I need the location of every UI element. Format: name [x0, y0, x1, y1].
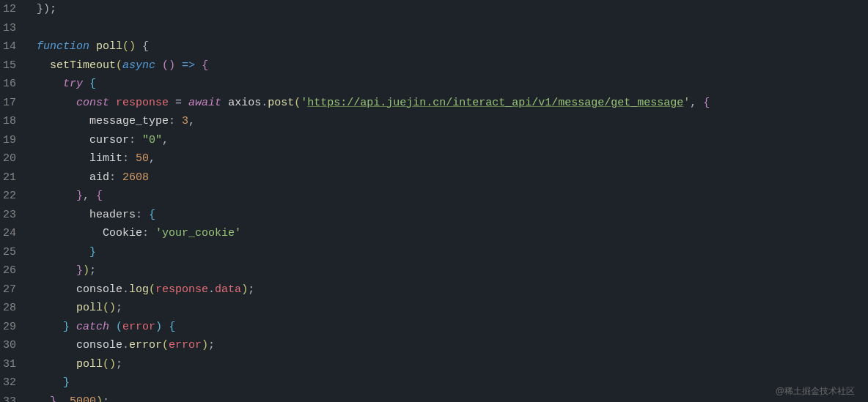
line-number: 13 — [0, 19, 22, 38]
code-editor[interactable]: 1213141516171819202122232425262728293031… — [0, 0, 868, 402]
code-line[interactable]: console.error(error); — [37, 336, 868, 355]
code-token — [37, 339, 76, 351]
code-line[interactable]: setTimeout(async () => { — [37, 56, 868, 75]
line-number: 14 — [0, 37, 22, 56]
code-token — [37, 321, 63, 333]
code-line[interactable]: headers: { — [37, 206, 868, 225]
code-token: { — [89, 78, 96, 90]
code-token: response — [116, 97, 169, 109]
code-token: 'your_cookie' — [155, 227, 241, 239]
code-token: ( — [162, 339, 169, 351]
line-number: 29 — [0, 318, 22, 337]
code-token: ) — [155, 321, 162, 333]
code-token: , — [162, 134, 169, 146]
code-line[interactable]: }); — [37, 261, 868, 280]
code-token: catch — [76, 321, 109, 333]
code-token: data — [215, 283, 241, 296]
code-line[interactable]: cursor: "0", — [37, 131, 868, 150]
code-token: ; — [208, 339, 215, 351]
line-number: 33 — [0, 392, 22, 403]
code-token: , — [188, 115, 195, 127]
code-line[interactable]: aid: 2608 — [37, 168, 868, 187]
code-line[interactable]: } — [37, 243, 868, 262]
code-line[interactable]: const response = await axios.post('https… — [37, 94, 868, 113]
code-token — [37, 246, 89, 258]
code-token: ) — [241, 283, 248, 296]
code-token: error — [129, 339, 162, 351]
code-token: response — [155, 283, 208, 296]
code-line[interactable]: function poll() { — [37, 37, 868, 56]
code-line[interactable]: }); — [37, 0, 868, 19]
code-token — [37, 97, 76, 109]
line-number: 31 — [0, 355, 22, 374]
code-token: ; — [103, 395, 109, 403]
code-token: () — [162, 59, 175, 72]
code-token — [162, 321, 169, 333]
code-token: async — [122, 59, 155, 72]
code-token — [182, 97, 188, 109]
code-token: { — [149, 209, 155, 221]
code-token: 2608 — [122, 171, 149, 184]
line-number: 23 — [0, 206, 22, 225]
code-line[interactable]: } — [37, 373, 868, 392]
code-token: setTimeout — [50, 59, 116, 72]
code-token: { — [703, 97, 710, 109]
code-token: () — [122, 40, 136, 53]
code-token: , — [56, 395, 70, 403]
code-line[interactable]: poll(); — [37, 355, 868, 374]
line-number: 12 — [0, 0, 22, 19]
line-number: 27 — [0, 280, 22, 299]
code-token: . — [122, 283, 129, 296]
code-token: { — [202, 59, 208, 72]
code-token: log — [129, 283, 149, 296]
code-token — [37, 115, 89, 127]
code-token — [136, 40, 142, 53]
code-token: error — [169, 339, 202, 351]
code-token — [221, 97, 228, 109]
code-token: message_type — [89, 115, 169, 127]
line-number: 17 — [0, 94, 22, 113]
code-token: : — [169, 115, 182, 127]
code-token: }); — [37, 3, 56, 15]
code-token: } — [63, 321, 70, 333]
code-token: ; — [116, 358, 122, 371]
code-token — [37, 134, 89, 146]
line-number: 20 — [0, 149, 22, 168]
code-token: ' — [683, 97, 690, 109]
code-line[interactable]: console.log(response.data); — [37, 280, 868, 299]
code-token: 50 — [136, 152, 149, 165]
code-token — [37, 171, 89, 184]
code-token — [169, 97, 175, 109]
code-token — [89, 40, 96, 53]
code-token: cursor — [89, 134, 129, 146]
code-token: console — [76, 339, 122, 351]
code-token: () — [103, 358, 116, 371]
code-token: ; — [116, 302, 122, 314]
line-number: 28 — [0, 299, 22, 318]
code-line[interactable]: Cookie: 'your_cookie' — [37, 224, 868, 243]
code-line[interactable]: }, 5000); — [37, 392, 868, 403]
code-token — [37, 227, 103, 239]
code-line[interactable]: }, { — [37, 187, 868, 206]
code-token: ) — [96, 395, 103, 403]
code-line[interactable]: try { — [37, 75, 868, 94]
code-line[interactable]: poll(); — [37, 299, 868, 318]
code-token — [37, 78, 63, 90]
code-line[interactable]: } catch (error) { — [37, 318, 868, 337]
watermark-text: @稀土掘金技术社区 — [776, 385, 855, 398]
code-line[interactable]: message_type: 3, — [37, 112, 868, 131]
code-content[interactable]: });function poll() { setTimeout(async ()… — [22, 0, 868, 402]
code-line[interactable] — [37, 19, 868, 38]
code-token: ( — [116, 321, 122, 333]
line-number: 24 — [0, 224, 22, 243]
code-token — [83, 78, 89, 90]
code-token: Cookie — [103, 227, 142, 239]
code-token: ; — [89, 264, 96, 277]
code-token — [37, 395, 50, 403]
code-line[interactable]: limit: 50, — [37, 149, 868, 168]
code-token — [175, 59, 182, 72]
code-token: . — [208, 283, 215, 296]
code-token: ; — [248, 283, 254, 296]
code-token: : — [129, 134, 142, 146]
code-token: } — [76, 190, 83, 202]
